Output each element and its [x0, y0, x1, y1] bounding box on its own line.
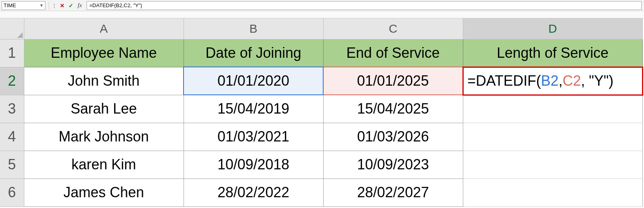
cell-d4[interactable]: [463, 123, 642, 151]
col-header-d[interactable]: D: [463, 18, 642, 39]
col-header-c[interactable]: C: [323, 18, 463, 39]
cell-a2[interactable]: John Smith: [24, 67, 184, 95]
cell-a4[interactable]: Mark Johnson: [24, 123, 184, 151]
chevron-down-icon[interactable]: ▼: [40, 3, 43, 8]
table-row: 2 John Smith 01/01/2020 01/01/2025 =DATE…: [0, 67, 642, 95]
row-header-3[interactable]: 3: [0, 95, 24, 123]
formula-bar: TIME ▼ ⋮ ✕ ✓ fx =DATEDIF(B2,C2, "Y"): [0, 0, 644, 11]
ribbon-gap: [0, 11, 644, 18]
cell-c1[interactable]: End of Service: [323, 39, 463, 67]
row-header-6[interactable]: 6: [0, 179, 24, 206]
formula-comma: ,: [559, 73, 563, 89]
cell-c5[interactable]: 10/09/2023: [323, 151, 463, 179]
row-header-5[interactable]: 5: [0, 151, 24, 179]
formula-input[interactable]: =DATEDIF(B2,C2, "Y"): [87, 1, 642, 10]
cell-a3[interactable]: Sarah Lee: [24, 95, 184, 123]
cell-d6[interactable]: [463, 179, 642, 206]
formula-ref-c2: C2: [563, 73, 581, 89]
fx-icon[interactable]: fx: [75, 2, 84, 9]
cell-d3[interactable]: [463, 95, 642, 123]
row-header-2[interactable]: 2: [0, 67, 24, 95]
cancel-icon[interactable]: ✕: [58, 2, 67, 9]
spreadsheet-grid: A B C D 1 Employee Name Date of Joining …: [0, 18, 643, 207]
cell-c3[interactable]: 15/04/2025: [323, 95, 463, 123]
cell-b6[interactable]: 28/02/2022: [184, 179, 323, 206]
col-header-a[interactable]: A: [24, 18, 184, 39]
name-box[interactable]: TIME ▼: [2, 1, 45, 10]
cell-b1[interactable]: Date of Joining: [184, 39, 323, 67]
cell-b5[interactable]: 10/09/2018: [184, 151, 323, 179]
formula-eq: =: [468, 73, 476, 89]
cell-a6[interactable]: James Chen: [24, 179, 184, 206]
separator: [49, 2, 49, 10]
table-row: 3 Sarah Lee 15/04/2019 15/04/2025: [0, 95, 642, 123]
cell-b4[interactable]: 01/03/2021: [184, 123, 323, 151]
table-header-row: 1 Employee Name Date of Joining End of S…: [0, 39, 642, 67]
cell-b2[interactable]: 01/01/2020: [184, 67, 323, 95]
col-header-b[interactable]: B: [184, 18, 323, 39]
cell-b3[interactable]: 15/04/2019: [184, 95, 323, 123]
cell-d1[interactable]: Length of Service: [463, 39, 642, 67]
row-header-1[interactable]: 1: [0, 39, 24, 67]
cell-d2-editing[interactable]: =DATEDIF(B2,C2, "Y"): [463, 67, 642, 95]
cell-d5[interactable]: [463, 151, 642, 179]
confirm-icon[interactable]: ✓: [67, 2, 75, 9]
cell-c6[interactable]: 28/02/2027: [323, 179, 463, 206]
select-all-corner[interactable]: [0, 18, 24, 39]
cell-c4[interactable]: 01/03/2026: [323, 123, 463, 151]
table-row: 5 karen Kim 10/09/2018 10/09/2023: [0, 151, 642, 179]
formula-rest: , "Y"): [581, 73, 614, 89]
formula-ref-b2: B2: [541, 73, 559, 89]
table-row: 6 James Chen 28/02/2022 28/02/2027: [0, 179, 642, 206]
more-icon[interactable]: ⋮: [51, 2, 58, 9]
formula-fn: DATEDIF(: [476, 73, 541, 89]
column-header-row: A B C D: [0, 18, 642, 39]
table-row: 4 Mark Johnson 01/03/2021 01/03/2026: [0, 123, 642, 151]
cell-a5[interactable]: karen Kim: [24, 151, 184, 179]
name-box-text: TIME: [4, 2, 16, 8]
row-header-4[interactable]: 4: [0, 123, 24, 151]
cell-a1[interactable]: Employee Name: [24, 39, 184, 67]
cell-c2[interactable]: 01/01/2025: [323, 67, 463, 95]
select-all-triangle-icon: [17, 32, 23, 38]
